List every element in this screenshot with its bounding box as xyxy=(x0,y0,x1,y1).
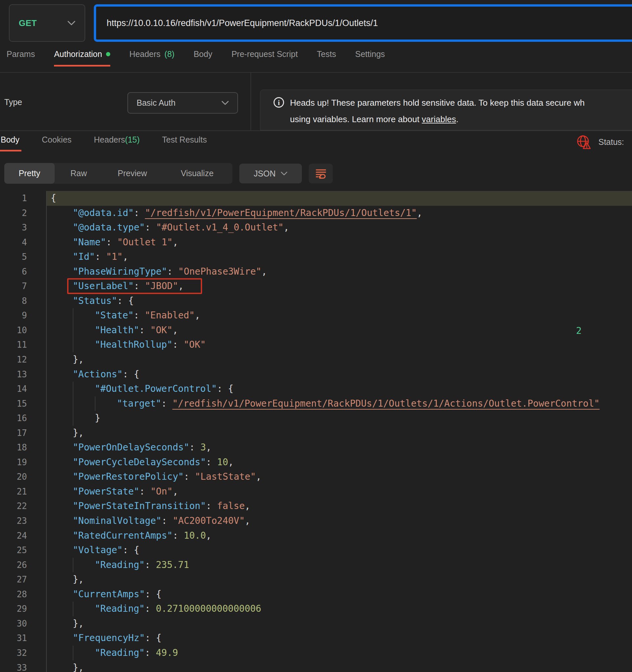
json-token: , xyxy=(417,208,422,218)
variables-link[interactable]: variables xyxy=(422,114,456,124)
line-number: 22 xyxy=(0,499,27,513)
auth-type-select[interactable]: Basic Auth xyxy=(127,92,238,114)
indent-guide xyxy=(73,646,73,661)
response-tab-body[interactable]: Body xyxy=(0,135,21,151)
json-token: : xyxy=(172,530,184,541)
code-line: 28"CurrentAmps": { xyxy=(0,587,632,602)
json-token: "Voltage" xyxy=(73,545,123,555)
json-token: , xyxy=(172,486,178,497)
json-token: "Actions" xyxy=(73,369,123,380)
json-token: , xyxy=(206,530,212,541)
code-line: 17}, xyxy=(0,426,632,440)
line-number: 24 xyxy=(0,528,27,543)
line-number: 1 xyxy=(0,191,27,206)
response-tab-headers[interactable]: Headers(15) xyxy=(93,135,142,151)
response-tab-cookies-label: Cookies xyxy=(42,135,71,144)
json-link[interactable]: "/redfish/v1/PowerEquipment/RackPDUs/1/O… xyxy=(145,208,417,218)
tab-tests-label: Tests xyxy=(317,49,336,59)
format-select[interactable]: JSON xyxy=(239,164,302,184)
notice-text: using variables. Learn more about variab… xyxy=(290,114,459,124)
json-token: "#Outlet.PowerControl" xyxy=(95,383,217,394)
indent-guide xyxy=(73,397,73,411)
code-line: 6"PhaseWiringType": "OnePhase3Wire", xyxy=(0,264,632,279)
line-number: 28 xyxy=(0,587,27,602)
code-line: 19"PowerCycleDelaySeconds": 10, xyxy=(0,455,632,470)
json-token: : xyxy=(139,325,150,336)
json-token: 49.9 xyxy=(156,647,178,658)
json-token: : xyxy=(145,222,156,233)
line-number: 12 xyxy=(0,352,27,367)
json-link[interactable]: "/redfish/v1/PowerEquipment/RackPDUs/1/O… xyxy=(172,398,600,409)
tab-body[interactable]: Body xyxy=(194,49,212,65)
tab-tests[interactable]: Tests xyxy=(317,49,336,65)
json-token: }, xyxy=(73,618,84,629)
code-line: 21"PowerState": "On", xyxy=(0,484,632,499)
json-token: "@odata.type" xyxy=(73,222,145,233)
indent-guide xyxy=(95,397,95,411)
tab-headers[interactable]: Headers(8) xyxy=(129,49,174,65)
json-token: }, xyxy=(73,574,84,585)
json-token: 3 xyxy=(200,442,206,453)
chevron-down-icon xyxy=(221,101,229,105)
json-token: : xyxy=(206,501,217,511)
response-view-switcher: PrettyRawPreviewVisualize xyxy=(4,163,233,184)
divider xyxy=(0,72,632,73)
view-preview[interactable]: Preview xyxy=(103,163,162,184)
json-token: : xyxy=(162,515,173,526)
line-number: 11 xyxy=(0,337,27,352)
tab-headers-count: (8) xyxy=(165,49,175,59)
json-token: : xyxy=(172,339,184,350)
json-token: : { xyxy=(123,369,140,380)
json-token: , xyxy=(256,471,261,482)
json-token: }, xyxy=(73,662,84,672)
json-token: "Reading" xyxy=(95,559,145,570)
json-token: "@odata.id" xyxy=(73,208,133,218)
json-token: , xyxy=(172,237,178,247)
code-line: 20"PowerRestorePolicy": "LastState", xyxy=(0,470,632,484)
format-value: JSON xyxy=(254,169,276,178)
json-token: "PowerOnDelaySeconds" xyxy=(73,442,189,453)
code-line: 10"Health": "OK", xyxy=(0,323,632,338)
network-error-icon[interactable] xyxy=(576,134,591,149)
json-token: : xyxy=(95,251,106,262)
json-token: "#Outlet.v1_4_0.Outlet" xyxy=(156,222,284,233)
json-token: , xyxy=(123,251,128,262)
json-token: "LastState" xyxy=(195,471,256,482)
json-token: "OK" xyxy=(184,339,206,350)
json-token: "FrequencyHz" xyxy=(73,632,145,643)
json-token: : { xyxy=(123,545,140,555)
view-visualize[interactable]: Visualize xyxy=(162,163,233,184)
tab-pre-request-script[interactable]: Pre-request Script xyxy=(232,49,297,65)
json-token: , xyxy=(178,281,184,291)
response-tab-cookies[interactable]: Cookies xyxy=(41,135,73,151)
json-token: : xyxy=(145,559,156,570)
wrap-text-button[interactable] xyxy=(309,164,333,184)
json-token: "AC200To240V" xyxy=(172,515,245,526)
tab-settings[interactable]: Settings xyxy=(355,49,385,65)
response-tab-test-results[interactable]: Test Results xyxy=(161,135,209,151)
json-token: , xyxy=(195,310,200,321)
json-token: "OK" xyxy=(150,325,172,336)
json-token: : { xyxy=(145,632,162,643)
json-token: : { xyxy=(145,589,162,600)
code-line: 8"Status": { xyxy=(0,294,632,309)
view-raw[interactable]: Raw xyxy=(55,163,103,184)
view-pretty[interactable]: Pretty xyxy=(4,163,55,184)
code-line: 25"Voltage": { xyxy=(0,543,632,558)
json-token: "1" xyxy=(106,251,123,262)
url-input[interactable]: https://10.0.10.16/redfish/v1/PowerEquip… xyxy=(94,4,632,42)
tab-params[interactable]: Params xyxy=(6,49,35,65)
json-token: : xyxy=(106,237,117,247)
code-line: 11"HealthRollup": "OK" xyxy=(0,337,632,352)
json-token: "JBOD" xyxy=(145,281,178,291)
json-token: "OnePhase3Wire" xyxy=(178,266,261,277)
indent-guide xyxy=(73,323,73,338)
tab-pre-request-script-label: Pre-request Script xyxy=(232,49,297,59)
tab-authorization[interactable]: Authorization xyxy=(54,49,110,67)
code-line: 30}, xyxy=(0,616,632,631)
code-line: 22"PowerStateInTransition": false, xyxy=(0,499,632,513)
code-line: 32"Reading": 49.9 xyxy=(0,646,632,661)
method-selector[interactable]: GET xyxy=(9,4,85,42)
json-token: "NominalVoltage" xyxy=(73,515,162,526)
tab-body-label: Body xyxy=(194,49,212,59)
